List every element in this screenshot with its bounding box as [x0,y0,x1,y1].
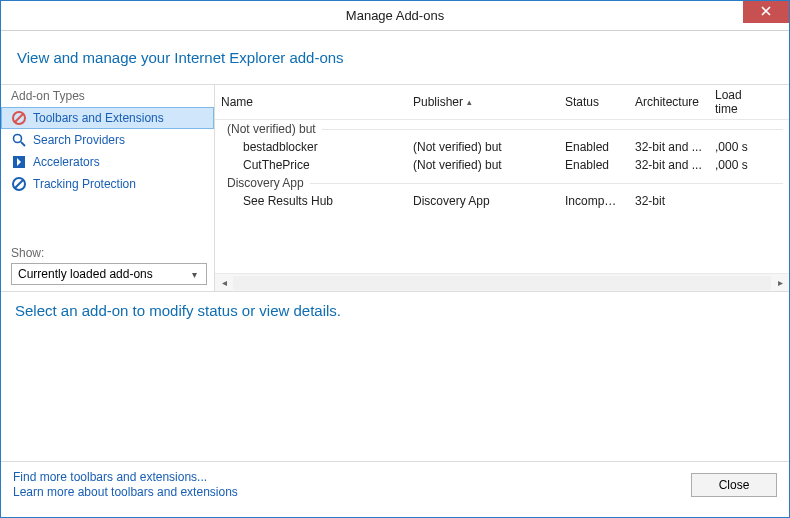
dropdown-value: Currently loaded add-ons [18,267,153,281]
close-window-button[interactable] [743,1,789,23]
col-load-time[interactable]: Load time [709,85,771,119]
column-headers: Name Publisher▴ Status Architecture Load… [215,85,789,120]
group-header[interactable]: Discovery App [215,174,789,192]
accelerators-icon [11,154,27,170]
sidebar: Add-on Types Toolbars and Extensions Sea… [1,85,215,291]
col-architecture[interactable]: Architecture [629,85,709,119]
find-more-link[interactable]: Find more toolbars and extensions... [13,470,238,484]
manage-addons-window: Manage Add-ons View and manage your Inte… [0,0,790,518]
body: Add-on Types Toolbars and Extensions Sea… [1,85,789,291]
cell-load: ,000 s [709,138,771,156]
cell-arch: 32-bit and ... [629,138,709,156]
cell-status: Enabled [559,138,629,156]
col-name[interactable]: Name [215,85,407,119]
cell-publisher: (Not verified) but [407,156,559,174]
sidebar-item-label: Search Providers [33,133,125,147]
sidebar-item-accelerators[interactable]: Accelerators [1,151,214,173]
cell-load [709,192,771,210]
header: View and manage your Internet Explorer a… [1,31,789,84]
horizontal-scrollbar[interactable]: ◂ ▸ [215,273,789,291]
detail-prompt: Select an add-on to modify status or vie… [1,291,789,329]
show-label: Show: [11,246,206,263]
search-icon [11,132,27,148]
cell-name: CutThePrice [215,156,407,174]
main-panel: Name Publisher▴ Status Architecture Load… [215,85,789,291]
close-icon [761,5,771,19]
sidebar-item-search-providers[interactable]: Search Providers [1,129,214,151]
show-dropdown[interactable]: Currently loaded add-ons ▾ [11,263,207,285]
cell-name: bestadblocker [215,138,407,156]
window-title: Manage Add-ons [1,8,789,23]
learn-more-link[interactable]: Learn more about toolbars and extensions [13,485,238,499]
sidebar-item-label: Tracking Protection [33,177,136,191]
header-text: View and manage your Internet Explorer a… [17,49,789,66]
table-row[interactable]: CutThePrice (Not verified) but Enabled 3… [215,156,789,174]
cell-name: See Results Hub [215,192,407,210]
svg-line-3 [21,142,25,146]
sidebar-item-label: Accelerators [33,155,100,169]
sidebar-item-label: Toolbars and Extensions [33,111,164,125]
svg-point-2 [14,135,22,143]
group-divider [322,129,783,130]
close-button[interactable]: Close [691,473,777,497]
svg-line-1 [15,114,23,122]
addon-types-label: Add-on Types [1,87,214,107]
detail-panel [1,329,789,461]
cell-status: Enabled [559,156,629,174]
cell-status: Incompatible [559,192,629,210]
sidebar-item-toolbars-extensions[interactable]: Toolbars and Extensions [1,107,214,129]
footer: Find more toolbars and extensions... Lea… [1,461,789,507]
group-label: Discovery App [227,176,304,190]
cell-publisher: Discovery App [407,192,559,210]
col-publisher[interactable]: Publisher▴ [407,85,559,119]
toolbars-icon [11,110,27,126]
titlebar: Manage Add-ons [1,1,789,31]
tracking-protection-icon [11,176,27,192]
svg-line-6 [15,180,24,189]
table-row[interactable]: See Results Hub Discovery App Incompatib… [215,192,789,210]
scroll-left-icon[interactable]: ◂ [215,277,233,288]
table-row[interactable]: bestadblocker (Not verified) but Enabled… [215,138,789,156]
scroll-track[interactable] [233,276,771,290]
chevron-down-icon: ▾ [186,269,202,280]
cell-publisher: (Not verified) but [407,138,559,156]
group-divider [310,183,783,184]
group-label: (Not verified) but [227,122,316,136]
show-block: Show: Currently loaded add-ons ▾ [1,246,214,291]
cell-arch: 32-bit [629,192,709,210]
sort-asc-icon: ▴ [467,97,472,107]
scroll-right-icon[interactable]: ▸ [771,277,789,288]
sidebar-item-tracking-protection[interactable]: Tracking Protection [1,173,214,195]
group-header[interactable]: (Not verified) but [215,120,789,138]
col-status[interactable]: Status [559,85,629,119]
cell-load: ,000 s [709,156,771,174]
cell-arch: 32-bit and ... [629,156,709,174]
